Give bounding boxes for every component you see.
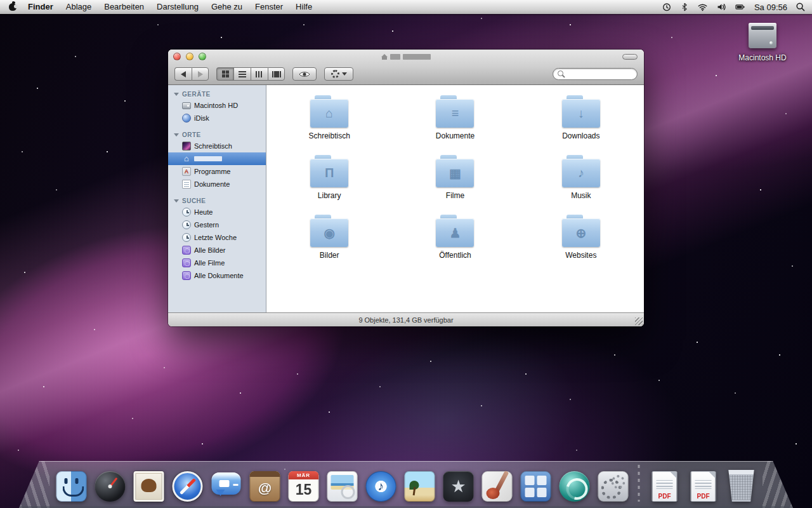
dock-item-spaces[interactable] (521, 471, 551, 502)
iphoto-icon (405, 471, 435, 502)
disclosure-triangle-icon[interactable] (174, 199, 179, 203)
smart-folder-icon (182, 271, 191, 280)
sidebar-item-schreibtisch[interactable]: Schreibtisch (168, 140, 266, 152)
folder-item-filme[interactable]: ▦ Filme (392, 152, 518, 212)
folder-item-musik[interactable]: ♪ Musik (518, 152, 644, 212)
forward-button[interactable] (192, 67, 209, 81)
search-field[interactable] (553, 68, 638, 80)
document-icon (182, 180, 191, 189)
itunes-icon (366, 471, 396, 502)
folder-item-schreibtisch[interactable]: ⌂ Schreibtisch (266, 93, 392, 152)
back-button[interactable] (174, 67, 192, 81)
toolbar-toggle-button[interactable] (622, 54, 638, 60)
coverflow-view-button[interactable] (268, 67, 285, 81)
dock-item-imovie[interactable] (443, 471, 474, 502)
sidebar-item-heute[interactable]: Heute (168, 206, 266, 218)
view-switcher (216, 67, 285, 81)
zoom-button[interactable] (199, 53, 206, 60)
apple-menu-icon[interactable] (5, 3, 22, 11)
menu-ablage[interactable]: Ablage (60, 0, 98, 14)
folder-glyph: ⊕ (562, 218, 600, 247)
sidebar: GERÄTE Macintosh HD iDisk ORTE Schreibti… (168, 85, 266, 312)
dock-item-garageband[interactable] (482, 471, 513, 502)
folder-glyph: ♟ (436, 218, 474, 247)
menu-clock[interactable]: Sa 09:56 (754, 3, 787, 12)
window-chrome[interactable] (168, 50, 644, 85)
garageband-icon (482, 471, 513, 502)
dock-item-ichat[interactable] (211, 471, 242, 502)
dock-separator (638, 465, 640, 502)
sidebar-item-idisk[interactable]: iDisk (168, 112, 266, 124)
sidebar-item-label: Letzte Woche (194, 234, 237, 241)
bluetooth-icon[interactable] (680, 2, 689, 12)
menu-hilfe[interactable]: Hilfe (289, 0, 318, 14)
folder-label: Websites (565, 251, 596, 260)
title-bar[interactable] (168, 50, 644, 64)
redacted-block (403, 54, 431, 60)
dock-item-time-machine[interactable] (560, 471, 590, 502)
menu-fenster[interactable]: Fenster (249, 0, 289, 14)
dock-item-dashboard[interactable] (95, 471, 126, 502)
spotlight-icon[interactable] (796, 2, 806, 12)
menu-darstellung[interactable]: Darstellung (150, 0, 205, 14)
sidebar-item-macintosh-hd[interactable]: Macintosh HD (168, 99, 266, 112)
quick-look-button[interactable] (292, 67, 317, 81)
battery-icon[interactable] (735, 2, 746, 12)
menu-bar: Finder Ablage Bearbeiten Darstellung Geh… (0, 0, 812, 14)
chevron-down-icon (342, 72, 347, 76)
folder-item-downloads[interactable]: ↓ Downloads (518, 93, 644, 152)
close-button[interactable] (173, 53, 181, 60)
dock-item-safari[interactable] (173, 471, 203, 502)
dock-item-pdf-document-1[interactable]: PDF (650, 471, 680, 502)
volume-icon[interactable] (716, 2, 726, 12)
dock-item-finder[interactable] (56, 471, 87, 502)
resize-grip[interactable] (635, 318, 643, 325)
folder-item-library[interactable]: Π Library (266, 152, 392, 212)
list-view-button[interactable] (233, 67, 251, 81)
dock-item-address-book[interactable]: @ (250, 471, 280, 502)
menu-gehe-zu[interactable]: Gehe zu (205, 0, 249, 14)
dock-item-trash[interactable] (727, 470, 756, 502)
sidebar-item-dokumente[interactable]: Dokumente (168, 178, 266, 190)
sidebar-item-alle-dokumente[interactable]: Alle Dokumente (168, 269, 266, 282)
dock-item-system-preferences[interactable] (598, 471, 629, 502)
desktop-icon-label[interactable]: Macintosh HD (722, 53, 803, 62)
disclosure-triangle-icon[interactable] (174, 133, 179, 137)
disclosure-triangle-icon[interactable] (174, 93, 179, 96)
sidebar-item-alle-filme[interactable]: Alle Filme (168, 257, 266, 269)
folder-item-oeffentlich[interactable]: ♟ Öffentlich (392, 212, 518, 272)
column-view-button[interactable] (251, 67, 268, 81)
dock-item-iphoto[interactable] (405, 471, 435, 502)
action-menu-button[interactable] (324, 67, 353, 81)
minimize-button[interactable] (186, 53, 193, 60)
sidebar-item-home[interactable] (168, 152, 266, 165)
folder-item-dokumente[interactable]: ≡ Dokumente (392, 93, 518, 152)
sidebar-item-label: Gestern (194, 221, 219, 229)
folder-item-websites[interactable]: ⊕ Websites (518, 212, 644, 272)
dock-item-mail[interactable] (134, 471, 164, 502)
sidebar-item-alle-bilder[interactable]: Alle Bilder (168, 244, 266, 257)
folder-label: Library (318, 191, 341, 200)
sidebar-item-letzte-woche[interactable]: Letzte Woche (168, 231, 266, 244)
menu-bearbeiten[interactable]: Bearbeiten (98, 0, 150, 14)
folder-item-bilder[interactable]: ◉ Bilder (266, 212, 392, 272)
apple-logo (9, 3, 16, 11)
file-browser-area[interactable]: ⌂ Schreibtisch ≡ Dokumente ↓ Downloads Π… (266, 85, 644, 312)
dock-item-preview[interactable] (327, 471, 358, 502)
wifi-icon[interactable] (697, 2, 708, 12)
pdf-badge: PDF (697, 493, 710, 500)
time-machine-menu-icon[interactable] (662, 2, 672, 12)
desktop-icon-macintosh-hd[interactable] (749, 23, 776, 48)
dock-item-ical[interactable]: MÄR15 (289, 471, 319, 502)
pdf-badge: PDF (658, 493, 671, 500)
sidebar-item-gestern[interactable]: Gestern (168, 218, 266, 231)
dock-item-itunes[interactable] (366, 471, 396, 502)
dock-item-pdf-document-2[interactable]: PDF (688, 471, 719, 502)
sidebar-item-programme[interactable]: Programme (168, 165, 266, 178)
sidebar-item-label: Macintosh HD (194, 102, 238, 109)
menu-finder[interactable]: Finder (22, 0, 60, 14)
search-input[interactable] (567, 70, 632, 78)
idisk-icon (182, 114, 191, 123)
icon-view-button[interactable] (216, 67, 233, 81)
imovie-icon (443, 471, 474, 502)
